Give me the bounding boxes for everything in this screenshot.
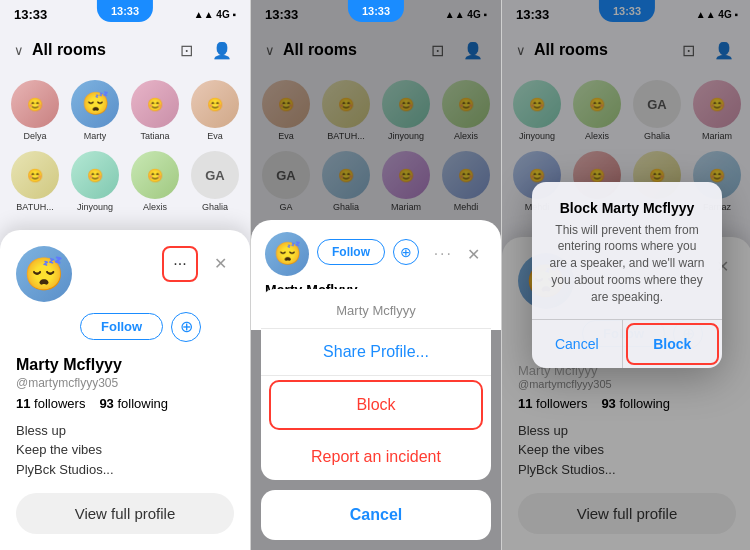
list-item[interactable]: 😴Marty: [70, 80, 120, 141]
profile-name-1: Marty Mcflyyy: [16, 356, 234, 374]
alert-message-3: This will prevent them from entering roo…: [548, 222, 706, 306]
block-alert-dialog: Block Marty Mcflyyy This will prevent th…: [532, 182, 722, 369]
rooms-grid-1: 😊Delya 😴Marty 😊Tatiana 😊Eva 😊BATUH... 😊J…: [0, 72, 250, 220]
avatar: 😊: [11, 151, 59, 199]
avatar-label: Marty: [84, 131, 107, 141]
report-incident-button[interactable]: Report an incident: [261, 434, 491, 480]
person-icon-1[interactable]: 👤: [208, 36, 236, 64]
list-item[interactable]: 😊Jinyoung: [70, 151, 120, 212]
add-person-button-1[interactable]: ⊕: [171, 312, 201, 342]
panel-3: 13:33 ▲▲ 4G ▪ 13:33 ∨ All rooms ⊡ 👤 😊Jin…: [502, 0, 750, 550]
profile-avatar-1: 😴: [16, 246, 72, 302]
avatar-label: Alexis: [143, 202, 167, 212]
alert-overlay-3: Block Marty Mcflyyy This will prevent th…: [502, 0, 750, 550]
chevron-icon-1: ∨: [14, 43, 24, 58]
list-item[interactable]: 😊Eva: [190, 80, 240, 141]
avatar: 😊: [131, 80, 179, 128]
avatar: 😊: [131, 151, 179, 199]
cancel-button-2[interactable]: Cancel: [261, 490, 491, 540]
view-profile-button-1[interactable]: View full profile: [16, 493, 234, 534]
following-count-1: 93 following: [99, 396, 168, 411]
signal-text-1: ▲▲ 4G ▪: [194, 9, 236, 20]
doc-icon-1[interactable]: ⊡: [172, 36, 200, 64]
profile-card-1: 😴 ··· ✕ Follow ⊕ Marty Mcflyyy @martymcf…: [0, 230, 250, 551]
avatar-label: Delya: [23, 131, 46, 141]
profile-actions-mini-2: ··· ✕: [434, 240, 487, 268]
signals-1: ▲▲ 4G ▪: [194, 9, 236, 20]
follow-button-2[interactable]: Follow: [317, 239, 385, 265]
follow-add-row-1: Follow ⊕: [16, 312, 234, 342]
status-center-time-1: 13:33: [97, 0, 153, 22]
profile-stats-1: 11 followers 93 following: [16, 396, 234, 411]
avatar-label: Tatiana: [140, 131, 169, 141]
profile-avatar-mini-2: 😴: [265, 232, 309, 276]
dots-icon-mini-2[interactable]: ···: [434, 245, 453, 263]
avatar: 😴: [71, 80, 119, 128]
avatar-label: Jinyoung: [77, 202, 113, 212]
avatar: GA: [191, 151, 239, 199]
follow-row-mini-2: Follow ⊕: [317, 239, 426, 265]
profile-username-1: @martymcflyyy305: [16, 376, 234, 390]
block-button[interactable]: Block: [269, 380, 483, 430]
profile-header-1: 😴 ··· ✕: [16, 246, 234, 302]
alert-title-3: Block Marty Mcflyyy: [548, 200, 706, 216]
alert-block-confirm-button[interactable]: Block: [626, 323, 720, 365]
action-sheet-main-2: Marty Mcflyyy Share Profile... Block Rep…: [261, 289, 491, 480]
close-button-1[interactable]: ✕: [206, 250, 234, 278]
share-profile-button[interactable]: Share Profile...: [261, 329, 491, 376]
panel-1: 13:33 ▲▲ 4G ▪ 13:33 ∨ All rooms ⊡ 👤 😊Del…: [0, 0, 250, 550]
block-item-container: Block: [261, 380, 491, 430]
more-options-button[interactable]: ···: [162, 246, 198, 282]
status-time-1: 13:33: [14, 7, 47, 22]
avatar: 😊: [191, 80, 239, 128]
action-sheet-2: Marty Mcflyyy Share Profile... Block Rep…: [261, 289, 491, 540]
header-title-1: All rooms: [32, 41, 164, 59]
action-sheet-title-2: Marty Mcflyyy: [261, 289, 491, 329]
app-header-1: ∨ All rooms ⊡ 👤: [0, 28, 250, 72]
list-item[interactable]: GAGhalia: [190, 151, 240, 212]
followers-count-1: 11 followers: [16, 396, 85, 411]
follow-button-1[interactable]: Follow: [80, 313, 163, 340]
panel-2: 13:33 ▲▲ 4G ▪ 13:33 ∨ All rooms ⊡ 👤 😊Eva…: [251, 0, 501, 550]
status-center-time-2: 13:33: [348, 0, 404, 22]
avatar-label: BATUH...: [16, 202, 53, 212]
profile-mini-header-2: 😴 Follow ⊕ ··· ✕: [265, 232, 487, 276]
profile-actions-1: ··· ✕: [162, 246, 234, 282]
list-item[interactable]: 😊Alexis: [130, 151, 180, 212]
list-item[interactable]: 😊Tatiana: [130, 80, 180, 141]
alert-buttons-3: Cancel Block: [532, 319, 722, 368]
add-person-button-2[interactable]: ⊕: [393, 239, 419, 265]
avatar: 😊: [71, 151, 119, 199]
list-item[interactable]: 😊Delya: [10, 80, 60, 141]
avatar-label: Eva: [207, 131, 223, 141]
avatar-label: Ghalia: [202, 202, 228, 212]
alert-cancel-button[interactable]: Cancel: [532, 320, 623, 368]
profile-info-mini-2: Follow ⊕: [317, 239, 426, 269]
list-item[interactable]: 😊BATUH...: [10, 151, 60, 212]
close-button-2[interactable]: ✕: [459, 240, 487, 268]
profile-bio-1: Bless up Keep the vibes PlyBck Studios..…: [16, 421, 234, 480]
alert-content-3: Block Marty Mcflyyy This will prevent th…: [532, 182, 722, 320]
avatar: 😊: [11, 80, 59, 128]
